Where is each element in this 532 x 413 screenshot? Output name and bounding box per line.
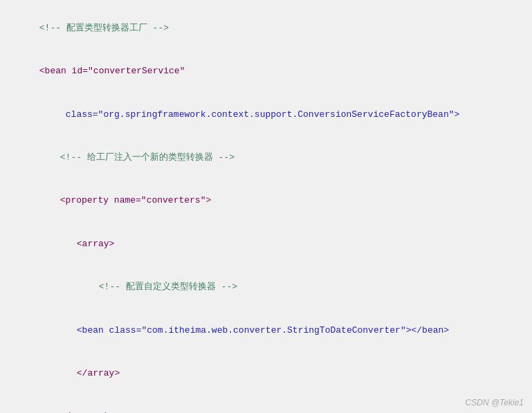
main-container: <!-- 配置类型转换器工厂 --> <bean id="converterSe… <box>0 0 532 413</box>
code-line-10: </property> <box>6 396 524 413</box>
code-line-9: </array> <box>6 352 524 395</box>
code-line-3: class="org.springframework.context.suppo… <box>6 93 524 136</box>
code-line-2: <bean id="converterService" <box>6 50 524 93</box>
tag-5: <property name="converters"> <box>60 195 211 205</box>
code-line-6: <array> <box>6 223 524 266</box>
code-line-8: <bean class="com.itheima.web.converter.S… <box>6 309 524 352</box>
code-line-4: <!-- 给工厂注入一个新的类型转换器 --> <box>6 136 524 179</box>
comment-4: <!-- 给工厂注入一个新的类型转换器 --> <box>60 152 235 163</box>
watermark: CSDN @Tekie1 <box>466 398 524 407</box>
tag-9: </array> <box>77 368 120 378</box>
attr-3: class="org.springframework.context.suppo… <box>66 109 460 120</box>
comment-1: <!-- 配置类型转换器工厂 --> <box>39 23 169 33</box>
comment-7: <!-- 配置自定义类型转换器 --> <box>99 282 237 292</box>
code-line-7: <!-- 配置自定义类型转换器 --> <box>6 266 524 309</box>
tag-6: <array> <box>77 239 115 249</box>
tag-2: <bean id="converterService" <box>39 66 185 76</box>
code-line-1: <!-- 配置类型转换器工厂 --> <box>6 7 524 50</box>
attr-8: <bean class="com.itheima.web.converter.S… <box>77 325 449 336</box>
code-line-5: <property name="converters"> <box>6 180 524 223</box>
code-block: <!-- 配置类型转换器工厂 --> <bean id="converterSe… <box>6 6 524 413</box>
